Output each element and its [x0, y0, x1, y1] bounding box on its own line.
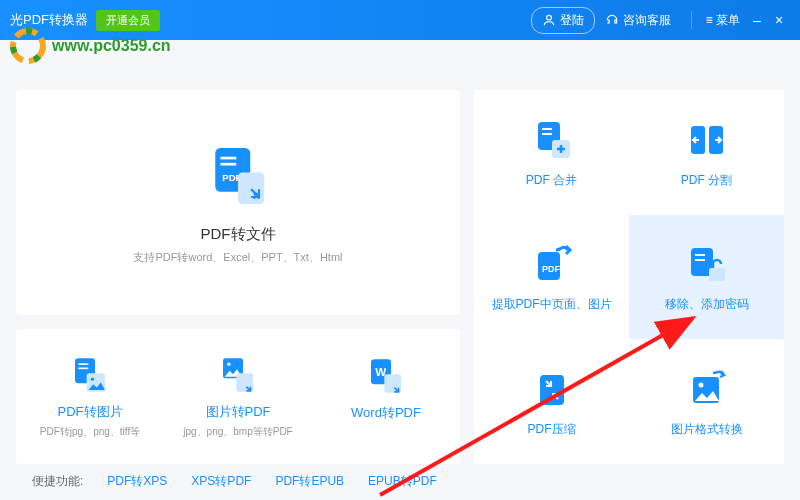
svg-point-12	[91, 377, 94, 380]
image-pdf-icon	[218, 355, 258, 395]
card-subtitle: 支持PDF转word、Excel、PPT、Txt、Html	[133, 250, 342, 265]
svg-rect-29	[695, 259, 705, 261]
image-convert-card[interactable]: 图片格式转换	[629, 339, 784, 464]
content-area: PDF PDF转文件 支持PDF转word、Excel、PPT、Txt、Html…	[0, 40, 800, 474]
close-button[interactable]: ×	[768, 12, 790, 28]
pdf-to-file-card[interactable]: PDF PDF转文件 支持PDF转word、Excel、PPT、Txt、Html	[16, 90, 460, 315]
svg-rect-5	[221, 162, 237, 165]
pdf-image-icon	[70, 355, 110, 395]
site-logo-icon	[10, 28, 46, 64]
svg-rect-10	[78, 367, 88, 369]
app-title: 光PDF转换器	[10, 11, 88, 29]
menu-button[interactable]: ≡ 菜单	[706, 12, 740, 29]
quick-link[interactable]: PDF转XPS	[107, 473, 167, 490]
login-button[interactable]: 登陆	[531, 7, 595, 34]
pdf-split-card[interactable]: PDF 分割	[629, 90, 784, 215]
user-icon	[542, 13, 556, 27]
word-pdf-icon: W	[366, 356, 406, 396]
word-to-pdf-card[interactable]: W Word转PDF	[312, 329, 460, 464]
conversion-row: PDF转图片 PDF转jpg、png、tiff等 图片转PDF jpg、png、…	[16, 329, 460, 464]
merge-icon	[528, 116, 576, 164]
svg-text:PDF: PDF	[542, 264, 561, 274]
extract-icon: PDF	[528, 240, 576, 288]
svg-rect-9	[78, 363, 88, 365]
quick-link[interactable]: EPUB转PDF	[368, 473, 437, 490]
quick-links-label: 便捷功能:	[32, 473, 83, 490]
svg-rect-30	[709, 268, 725, 281]
quick-link[interactable]: PDF转EPUB	[275, 473, 344, 490]
quick-link[interactable]: XPS转PDF	[191, 473, 251, 490]
svg-point-33	[698, 383, 703, 388]
svg-rect-31	[540, 375, 564, 405]
headset-icon	[605, 13, 619, 27]
compress-icon	[528, 365, 576, 413]
pdf-password-card[interactable]: 移除、添加密码	[629, 215, 784, 340]
lock-icon	[683, 240, 731, 288]
pdf-extract-card[interactable]: PDF 提取PDF中页面、图片	[474, 215, 629, 340]
svg-rect-28	[695, 254, 705, 256]
tools-grid: PDF 合并 PDF 分割 PDF 提取PDF中页面、图片 移除、添加密码 PD…	[474, 90, 784, 464]
svg-rect-7	[238, 172, 264, 204]
svg-point-14	[227, 362, 230, 365]
image-to-pdf-card[interactable]: 图片转PDF jpg、png、bmp等转PDF	[164, 329, 312, 464]
card-title: PDF转文件	[201, 225, 276, 244]
split-icon	[683, 116, 731, 164]
svg-rect-21	[542, 133, 552, 135]
watermark: www.pc0359.cn	[10, 28, 171, 64]
svg-rect-20	[542, 128, 552, 130]
pdf-compress-card[interactable]: PDF压缩	[474, 339, 629, 464]
svg-point-0	[546, 15, 551, 20]
watermark-url: www.pc0359.cn	[52, 37, 171, 55]
svg-rect-4	[221, 156, 237, 159]
pdf-merge-card[interactable]: PDF 合并	[474, 90, 629, 215]
pdf-to-image-card[interactable]: PDF转图片 PDF转jpg、png、tiff等	[16, 329, 164, 464]
pdf-file-icon: PDF	[203, 141, 273, 211]
quick-links-bar: 便捷功能: PDF转XPS XPS转PDF PDF转EPUB EPUB转PDF	[32, 473, 437, 490]
image-convert-icon	[683, 365, 731, 413]
support-button[interactable]: 咨询客服	[595, 8, 681, 33]
minimize-button[interactable]: –	[746, 12, 768, 28]
